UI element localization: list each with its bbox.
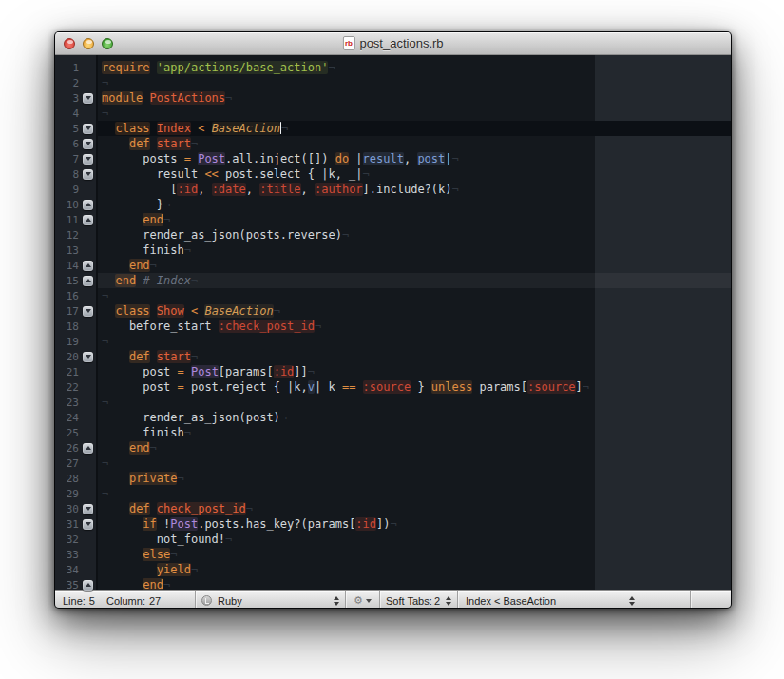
line-number: 33 xyxy=(67,549,79,561)
code-line[interactable]: render_as_json(post)¬ xyxy=(98,410,731,425)
window-title: post_actions.rb xyxy=(359,36,443,50)
code-line[interactable]: else¬ xyxy=(98,547,731,562)
code-line[interactable]: def check_post_id¬ xyxy=(98,501,731,516)
fold-down-icon[interactable] xyxy=(83,352,93,362)
newline-glyph: ¬ xyxy=(246,502,253,515)
line-number: 30 xyxy=(67,503,79,515)
code-line[interactable]: result << post.select { |k, _|¬ xyxy=(98,166,731,182)
code-line[interactable]: end¬ xyxy=(98,440,731,456)
title-group: rb post_actions.rb xyxy=(342,36,443,50)
fold-down-icon[interactable] xyxy=(83,306,93,317)
code-line[interactable]: post = Post[params[:id]]¬ xyxy=(98,364,731,379)
code-line[interactable]: finish¬ xyxy=(98,242,731,258)
editor-window: rb post_actions.rb 123456789101112131415… xyxy=(54,31,732,609)
gutter-line: 20 xyxy=(55,349,96,364)
close-button[interactable] xyxy=(64,38,75,49)
editor-content: 1234567891011121314151617181920212223242… xyxy=(55,55,731,590)
minimize-button[interactable] xyxy=(83,38,94,49)
fold-up-icon[interactable] xyxy=(83,276,93,286)
gutter-line: 1 xyxy=(55,60,96,75)
line-number: 14 xyxy=(67,260,79,272)
column-label: Column: xyxy=(106,595,145,607)
newline-glyph: ¬ xyxy=(102,107,108,120)
line-number: 23 xyxy=(67,397,79,409)
code-line[interactable]: ¬ xyxy=(98,395,731,410)
code-line[interactable]: ¬ xyxy=(98,288,731,303)
newline-glyph: ¬ xyxy=(342,228,349,242)
code-line[interactable]: before_start :check_post_id¬ xyxy=(98,319,731,334)
code-line[interactable]: private¬ xyxy=(98,471,731,486)
code-editor[interactable]: require 'app/actions/base_action'¬¬modul… xyxy=(98,55,731,590)
fold-up-icon[interactable] xyxy=(83,200,93,210)
code-line[interactable]: ¬ xyxy=(98,334,731,349)
code-line[interactable]: render_as_json(posts.reverse)¬ xyxy=(98,227,731,242)
newline-glyph: ¬ xyxy=(315,320,321,333)
gutter-line: 32 xyxy=(55,532,96,547)
code-line[interactable]: module PostActions¬ xyxy=(98,90,731,106)
newline-glyph: ¬ xyxy=(102,456,108,470)
fold-up-icon[interactable] xyxy=(83,261,93,271)
column-indicator: Column:27 xyxy=(106,595,161,607)
code-line[interactable]: if !Post.posts.has_key?(params[:id])¬ xyxy=(98,516,731,532)
fold-down-icon[interactable] xyxy=(83,93,93,104)
code-line[interactable]: post = post.reject { |k,v| k == :source … xyxy=(98,379,731,395)
newline-glyph: ¬ xyxy=(191,563,198,576)
language-selector[interactable]: Ruby xyxy=(196,591,346,609)
newline-glyph: ¬ xyxy=(191,137,198,150)
symbol-stepper-icon[interactable] xyxy=(629,596,635,606)
code-line[interactable]: [:id, :date, :title, :author].include?(k… xyxy=(98,182,731,197)
soft-tabs-stepper-icon[interactable] xyxy=(446,596,451,606)
actions-menu-button[interactable]: ⚙ xyxy=(346,591,380,609)
code-line[interactable]: require 'app/actions/base_action'¬ xyxy=(98,60,731,75)
code-line[interactable]: class Index < BaseAction¬ xyxy=(98,121,731,136)
newline-glyph: ¬ xyxy=(452,183,459,196)
newline-glyph: ¬ xyxy=(102,487,108,500)
gutter-line: 22 xyxy=(55,379,96,395)
fold-down-icon[interactable] xyxy=(83,124,93,134)
fold-down-icon[interactable] xyxy=(83,154,93,165)
gutter-line: 10 xyxy=(55,197,96,212)
code-line[interactable]: finish¬ xyxy=(98,425,731,440)
zoom-button[interactable] xyxy=(102,38,113,49)
code-line[interactable]: ¬ xyxy=(98,486,731,501)
code-line[interactable]: end¬ xyxy=(98,577,731,590)
newline-glyph: ¬ xyxy=(328,61,335,74)
code-line[interactable]: class Show < BaseAction¬ xyxy=(98,303,731,319)
line-indicator: Line:5 xyxy=(63,595,95,607)
newline-glyph: ¬ xyxy=(281,122,288,135)
code-line[interactable]: ¬ xyxy=(98,75,731,90)
gutter-line: 26 xyxy=(55,440,96,456)
code-line[interactable]: end¬ xyxy=(98,258,731,273)
gutter-line: 23 xyxy=(55,395,96,410)
line-number: 34 xyxy=(67,564,79,576)
code-line[interactable]: not_found!¬ xyxy=(98,532,731,547)
fold-down-icon[interactable] xyxy=(83,519,93,530)
code-line[interactable]: ¬ xyxy=(98,456,731,471)
code-line[interactable]: }¬ xyxy=(98,197,731,212)
line-number-gutter: 1234567891011121314151617181920212223242… xyxy=(55,55,98,590)
gutter-line: 25 xyxy=(55,425,96,440)
fold-down-icon[interactable] xyxy=(83,169,93,180)
language-stepper-icon[interactable] xyxy=(334,596,339,606)
fold-down-icon[interactable] xyxy=(83,504,93,514)
status-bar-end-segment xyxy=(691,591,731,609)
newline-glyph: ¬ xyxy=(280,411,287,424)
fold-down-icon[interactable] xyxy=(83,139,93,149)
code-line[interactable]: posts = Post.all.inject([]) do |result, … xyxy=(98,151,731,166)
code-line[interactable]: end # Index¬ xyxy=(98,273,731,288)
gutter-line: 34 xyxy=(55,562,96,577)
code-line[interactable]: yield¬ xyxy=(98,562,731,577)
gutter-line: 6 xyxy=(55,136,96,151)
fold-up-icon[interactable] xyxy=(83,215,93,225)
code-line[interactable]: ¬ xyxy=(98,106,731,121)
newline-glyph: ¬ xyxy=(163,198,170,211)
fold-up-icon[interactable] xyxy=(83,580,93,591)
window-titlebar[interactable]: rb post_actions.rb xyxy=(55,32,731,55)
code-line[interactable]: end¬ xyxy=(98,212,731,227)
fold-up-icon[interactable] xyxy=(83,443,93,454)
soft-tabs-selector[interactable]: Soft Tabs: 2 xyxy=(380,591,458,609)
gutter-line: 17 xyxy=(55,303,96,319)
code-line[interactable]: def start¬ xyxy=(98,136,731,151)
symbol-selector[interactable]: Index < BaseAction xyxy=(458,591,691,609)
code-line[interactable]: def start¬ xyxy=(98,349,731,364)
